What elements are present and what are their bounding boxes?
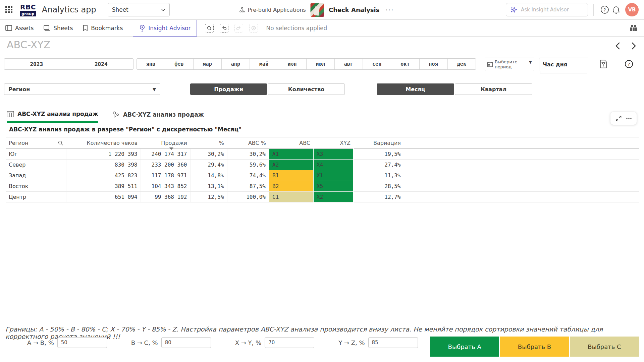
next-sheet-button[interactable] [629,42,638,50]
variation-cell[interactable]: 11,3% [354,170,404,181]
year-button-2023[interactable]: 2023 [4,59,69,69]
app-launcher-icon[interactable] [5,6,13,13]
percent-cell[interactable]: 14,8% [190,170,227,181]
month-button-7[interactable]: июл [307,59,335,69]
month-button-11[interactable]: ноя [420,59,448,69]
sales-cell[interactable]: 240 174 317 [141,149,190,160]
checks-cell[interactable]: 1 220 393 [66,149,141,160]
granularity-toggle-month[interactable]: Месяц [377,83,454,95]
abc-cell[interactable]: A2 [269,160,313,170]
variation-cell[interactable]: 28,5% [354,181,404,192]
select-a-button[interactable]: Выбрать A [430,337,499,357]
tab-abc-table[interactable]: ABC-XYZ анализ продаж [7,111,98,123]
header-variation[interactable]: Вариация [354,137,404,149]
search-input[interactable] [521,7,578,13]
expand-button[interactable] [616,116,622,121]
header-sales[interactable]: Продажи [141,137,190,149]
measure-toggle-quantity[interactable]: Количество [268,83,345,95]
abc-percent-cell[interactable]: 87,5% [227,181,269,192]
sheet-layout-button[interactable] [630,25,637,31]
help-button[interactable]: ? [599,4,610,15]
tab-abc-scatter[interactable]: ABC-XYZ анализ продаж [112,111,204,123]
insight-advisor-search[interactable] [506,3,588,16]
sheets-button[interactable]: Sheets [44,25,73,32]
user-avatar[interactable]: VB [625,3,639,16]
xyz-cell[interactable]: X3 [313,149,354,160]
header-xyz[interactable]: XYZ [313,137,354,149]
abc-percent-cell[interactable]: 74,4% [227,170,269,181]
month-button-3[interactable]: мар [194,59,222,69]
month-button-2[interactable]: фев [165,59,193,69]
month-button-4[interactable]: апр [222,59,250,69]
undo-selection-button[interactable] [220,24,228,33]
assets-button[interactable]: Assets [5,25,34,32]
app-options-button[interactable]: ··· [384,6,395,14]
abc-cell[interactable]: B1 [269,170,313,181]
month-button-12[interactable]: дек [448,59,476,69]
xyz-cell[interactable]: X5 [313,181,354,192]
select-b-button[interactable]: Выбрать B [500,337,569,357]
xyz-cell[interactable]: X4 [313,160,354,170]
percent-cell[interactable]: 12,5% [190,192,227,202]
clear-selections-button[interactable] [249,24,258,33]
granularity-toggle-quarter[interactable]: Квартал [455,83,532,95]
header-region[interactable]: Регион [6,137,66,149]
hour-filter-box[interactable]: Час дня [539,58,588,71]
abc-cell[interactable]: B2 [269,181,313,192]
header-checks[interactable]: Количество чеков [66,137,141,149]
percent-cell[interactable]: 29,4% [190,160,227,170]
abc-cell[interactable]: A1 [269,149,313,160]
header-abc-percent[interactable]: ABC % [227,137,269,149]
prebuild-applications-link[interactable]: Pre-build Applications [239,7,306,13]
sales-cell[interactable]: 233 200 360 [141,160,190,170]
checks-cell[interactable]: 651 094 [66,192,141,202]
abc-percent-cell[interactable]: 59,6% [227,160,269,170]
abc-percent-cell[interactable]: 100,0% [227,192,269,202]
xyz-cell[interactable]: X2 [313,192,354,202]
variation-cell[interactable]: 19,5% [354,149,404,160]
month-button-9[interactable]: сен [363,59,391,69]
percent-cell[interactable]: 13,1% [190,181,227,192]
column-search-icon[interactable] [58,140,63,145]
checks-cell[interactable]: 389 511 [66,181,141,192]
region-cell[interactable]: Север [6,160,66,170]
sort-descending-icon[interactable] [169,147,173,150]
checks-cell[interactable]: 830 398 [66,160,141,170]
sales-cell[interactable]: 104 343 852 [141,181,190,192]
insight-advisor-button[interactable]: Insight Advisor [133,20,197,37]
region-dropdown[interactable]: Регион ▼ [4,83,160,95]
region-cell[interactable]: Запад [6,170,66,181]
param-input-3[interactable] [265,337,314,348]
month-button-1[interactable]: янв [137,59,165,69]
param-input-2[interactable] [161,337,211,348]
smart-search-selections-button[interactable] [205,24,214,33]
region-cell[interactable]: Восток [6,181,66,192]
month-button-6[interactable]: июн [278,59,306,69]
period-select-dropdown[interactable]: Выберите период ▼ [485,58,534,71]
percent-cell[interactable]: 30,2% [190,149,227,160]
notifications-button[interactable] [610,4,622,15]
select-c-button[interactable]: Выбрать C [570,337,639,357]
abc-cell[interactable]: C1 [269,192,313,202]
region-cell[interactable]: Центр [6,192,66,202]
month-button-10[interactable]: окт [391,59,419,69]
param-input-1[interactable] [57,337,107,348]
measure-toggle-sales[interactable]: Продажи [190,83,267,95]
sales-cell[interactable]: 99 368 192 [141,192,190,202]
month-button-5[interactable]: май [250,59,278,69]
bookmarks-button[interactable]: Bookmarks [83,25,123,32]
filter-pane-button[interactable] [598,59,608,69]
xyz-cell[interactable]: X1 [313,170,354,181]
sales-cell[interactable]: 117 178 971 [141,170,190,181]
year-button-2024[interactable]: 2024 [69,59,133,69]
header-abc[interactable]: ABC [269,137,313,149]
previous-sheet-button[interactable] [613,42,622,50]
checks-cell[interactable]: 425 823 [66,170,141,181]
redo-selection-button[interactable] [234,24,243,33]
header-percent[interactable]: % [190,137,227,149]
abc-percent-cell[interactable]: 30,2% [227,149,269,160]
param-input-4[interactable] [368,337,418,348]
sheet-help-button[interactable]: ? [624,59,634,69]
region-cell[interactable]: Юг [6,149,66,160]
sheet-selector-dropdown[interactable]: Sheet [108,3,170,16]
